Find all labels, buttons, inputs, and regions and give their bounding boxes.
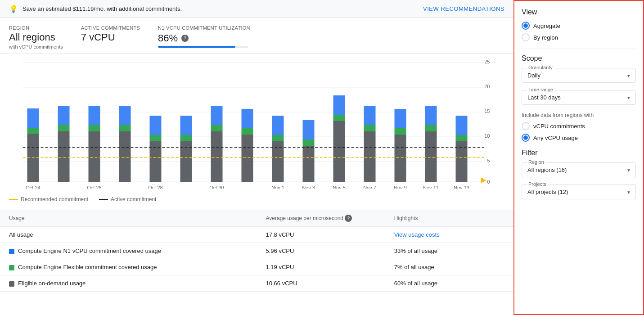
utilization-bar-fill	[158, 46, 235, 48]
table-cell-highlight[interactable]: View usage costs	[385, 227, 513, 243]
svg-text:20: 20	[484, 84, 490, 89]
granularity-select[interactable]: Granularity Daily	[522, 68, 636, 83]
svg-rect-42	[333, 121, 345, 182]
projects-filter-value: All projects (12)	[527, 189, 568, 195]
commitments-stat: Active commitments 7 vCPU	[81, 25, 140, 50]
region-value: All regions	[9, 32, 63, 43]
recommended-line-icon	[9, 199, 18, 200]
banner-text: Save an estimated $111.19/mo. with addit…	[23, 5, 182, 12]
region-sub: with vCPU commitments	[9, 44, 63, 50]
svg-rect-48	[395, 135, 406, 182]
svg-text:Nov 11: Nov 11	[423, 185, 439, 189]
commitments-value: 7 vCPU	[81, 32, 140, 43]
right-panel: View Aggregate By region Scope Granulari…	[513, 0, 644, 315]
active-line-icon	[99, 199, 108, 200]
chart-area: 25 20 15 10 5 0	[0, 54, 513, 194]
svg-rect-20	[89, 106, 100, 125]
avg-help-icon[interactable]: ?	[345, 215, 352, 222]
granularity-field-label: Granularity	[527, 65, 554, 70]
table-cell-usage: Eligible on-demand usage	[0, 275, 257, 292]
svg-rect-33	[242, 135, 253, 182]
table-row: Eligible on-demand usage10.66 vCPU60% of…	[0, 275, 513, 292]
table-cell-usage: Compute Engine N1 vCPU commitment covere…	[0, 243, 257, 259]
svg-rect-28	[180, 135, 192, 141]
color-dot	[9, 249, 14, 254]
radio-any-vcpu-label: Any vCPU usage	[533, 135, 578, 141]
svg-marker-59	[481, 177, 486, 183]
radio-aggregate-label: Aggregate	[533, 22, 560, 29]
legend-recommended: Recommended commitment	[9, 196, 88, 202]
svg-rect-31	[211, 125, 223, 131]
granularity-value: Daily	[527, 72, 540, 79]
usage-label: Compute Engine Flexible commitment cover…	[18, 264, 157, 270]
radio-any-vcpu[interactable]: Any vCPU usage	[522, 134, 636, 142]
region-filter-container: Region All regions (16)	[522, 162, 636, 177]
include-radio-group: vCPU commitments Any vCPU usage	[522, 122, 636, 142]
svg-rect-41	[303, 120, 315, 140]
radio-aggregate[interactable]: Aggregate	[522, 22, 636, 30]
granularity-container: Granularity Daily	[522, 68, 636, 83]
utilization-pct: 86%	[158, 32, 178, 44]
region-filter-select[interactable]: Region All regions (16)	[522, 162, 636, 177]
projects-filter-label: Projects	[527, 181, 548, 187]
color-dot	[9, 281, 14, 287]
svg-rect-51	[425, 131, 437, 182]
legend-active-label: Active commitment	[111, 196, 156, 202]
time-range-value: Last 30 days	[527, 94, 561, 101]
svg-rect-35	[242, 109, 253, 128]
table-cell-usage: All usage	[0, 227, 257, 243]
table-cell-avg: 10.66 vCPU	[257, 275, 385, 292]
view-usage-costs-link[interactable]: View usage costs	[394, 231, 440, 238]
svg-text:25: 25	[484, 59, 490, 64]
svg-rect-36	[272, 141, 284, 182]
time-range-select[interactable]: Time range Last 30 days	[522, 90, 636, 105]
svg-text:Oct 24: Oct 24	[26, 185, 40, 189]
avg-header-text: Average usage per microsecond	[266, 215, 345, 221]
time-range-container: Time range Last 30 days	[522, 90, 636, 105]
region-filter-label: Region	[527, 159, 546, 165]
time-range-field-label: Time range	[527, 87, 555, 92]
color-dot	[9, 265, 14, 270]
svg-text:Nov 1: Nov 1	[271, 185, 284, 189]
projects-filter-select[interactable]: Projects All projects (12)	[522, 184, 636, 199]
usage-label: All usage	[9, 231, 33, 238]
scope-section-title: Scope	[522, 54, 636, 63]
svg-rect-19	[89, 125, 100, 131]
svg-rect-43	[333, 115, 345, 121]
table-cell-avg: 17.8 vCPU	[257, 227, 385, 243]
table-cell-highlight: 60% of all usage	[385, 275, 513, 292]
radio-any-vcpu-circle	[522, 134, 530, 142]
utilization-bar-bg	[158, 46, 248, 48]
svg-rect-39	[303, 146, 315, 182]
svg-text:Nov 3: Nov 3	[302, 185, 315, 189]
legend-active: Active commitment	[99, 196, 156, 202]
col-header-highlights: Highlights	[385, 210, 513, 227]
radio-aggregate-circle	[522, 22, 530, 30]
banner-content: 💡 Save an estimated $111.19/mo. with add…	[9, 4, 182, 13]
svg-rect-29	[180, 116, 192, 135]
col-header-usage: Usage	[0, 210, 257, 227]
radio-vcpu-commitments[interactable]: vCPU commitments	[522, 122, 636, 130]
svg-rect-32	[211, 106, 223, 125]
projects-filter-container: Projects All projects (12)	[522, 184, 636, 199]
svg-text:0: 0	[487, 179, 490, 184]
svg-rect-22	[119, 125, 131, 131]
region-stat: Region All regions with vCPU commitments	[9, 25, 63, 50]
radio-by-region-circle	[522, 33, 530, 41]
svg-rect-18	[89, 131, 100, 182]
svg-rect-37	[272, 135, 284, 141]
radio-by-region[interactable]: By region	[522, 33, 636, 41]
svg-rect-25	[150, 135, 162, 141]
table-cell-avg: 1.19 vCPU	[257, 259, 385, 275]
stats-row: Region All regions with vCPU commitments…	[0, 18, 513, 54]
radio-vcpu-commitments-circle	[522, 122, 530, 130]
table-cell-usage: Compute Engine Flexible commitment cover…	[0, 259, 257, 275]
table-cell-highlight: 7% of all usage	[385, 259, 513, 275]
utilization-value-row: 86% ?	[158, 32, 250, 44]
svg-rect-47	[364, 106, 376, 125]
svg-rect-16	[58, 125, 70, 131]
svg-rect-55	[456, 135, 468, 141]
table-row: Compute Engine N1 vCPU commitment covere…	[0, 243, 513, 259]
view-recommendations-link[interactable]: VIEW RECOMMENDATIONS	[423, 5, 504, 12]
utilization-help-icon[interactable]: ?	[181, 35, 189, 42]
